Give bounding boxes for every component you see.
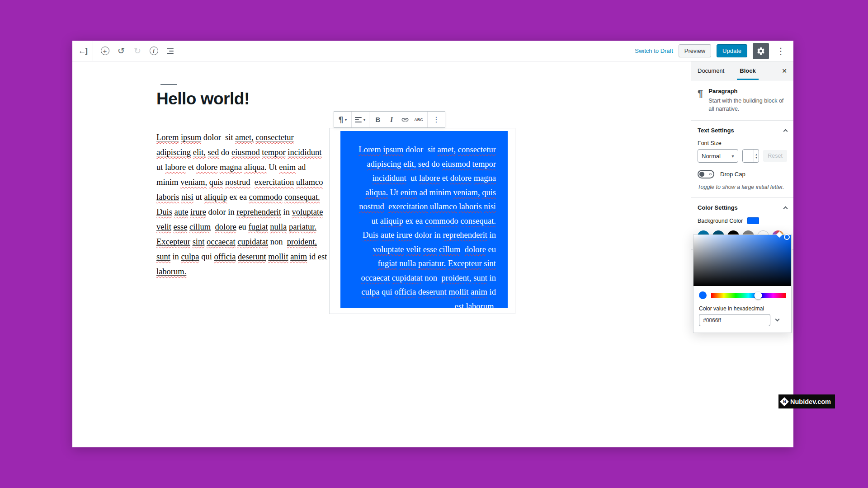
change-block-type-button[interactable]: ¶ ▾	[336, 113, 349, 127]
color-settings-header[interactable]: Color Settings	[698, 204, 787, 211]
preview-button[interactable]: Preview	[679, 44, 711, 57]
block-card: ¶ Paragraph Start with the building bloc…	[691, 80, 793, 121]
block-navigation-button[interactable]	[163, 44, 177, 58]
background-color-row: Background Color	[698, 217, 787, 224]
block-type-group: ¶ ▾	[334, 112, 351, 127]
editor-window: ←] + ↺ ↻ i Switch to Dr	[72, 41, 793, 447]
update-button[interactable]: Update	[717, 44, 747, 57]
redo-button[interactable]: ↻	[130, 44, 145, 58]
block-more-options-button[interactable]: ⋮	[429, 113, 443, 127]
block-card-title: Paragraph	[708, 88, 787, 94]
format-group: B I ABC	[369, 112, 427, 127]
chevron-down-icon: ▾	[732, 154, 734, 159]
chevron-up-icon	[783, 206, 788, 211]
gear-icon	[756, 47, 765, 56]
selected-block-outline: Lorem ipsum dolor sit amet, consectetur …	[329, 128, 515, 314]
toggle-knob	[699, 172, 704, 177]
strikethrough-button[interactable]: ABC	[412, 113, 425, 127]
saturation-area[interactable]	[693, 235, 791, 286]
font-size-number-input[interactable]	[743, 150, 754, 162]
font-size-value: Normal	[702, 153, 721, 160]
hex-color-input[interactable]	[699, 314, 770, 326]
hex-row	[699, 314, 786, 326]
text-align-button[interactable]: ▾	[354, 113, 367, 127]
settings-sidebar: Document Block ✕ ¶ Paragraph Start with …	[691, 61, 793, 447]
paragraph-icon: ¶	[339, 115, 344, 124]
info-icon: i	[150, 47, 158, 55]
chevron-down-icon	[775, 317, 780, 322]
spin-down-icon[interactable]: ▾	[755, 156, 757, 160]
hex-label: Color value in hexadecimal	[699, 305, 786, 312]
drop-cap-row: Drop Cap	[698, 170, 787, 178]
editor-header: ←] + ↺ ↻ i Switch to Dr	[72, 41, 793, 61]
close-sidebar-button[interactable]: ✕	[782, 61, 787, 80]
current-color-swatch	[699, 291, 707, 299]
bold-button[interactable]: B	[371, 113, 385, 127]
editor-workspace: Hello world! Lorem ipsum dolor sit amet,…	[72, 61, 793, 447]
color-picker-popover: Color value in hexadecimal	[693, 235, 792, 333]
panel-title: Color Settings	[698, 204, 738, 211]
background-color-label: Background Color	[698, 218, 743, 224]
add-block-button[interactable]: +	[98, 44, 112, 58]
title-divider	[160, 84, 177, 85]
align-icon	[355, 117, 362, 122]
desktop-background: ←] + ↺ ↻ i Switch to Dr	[0, 0, 868, 488]
sidebar-tabs: Document Block ✕	[691, 61, 793, 80]
exit-editor-button[interactable]: ←]	[72, 41, 93, 61]
kebab-icon: ⋮	[776, 46, 785, 56]
alignment-group: ▾	[351, 112, 369, 127]
kebab-icon: ⋮	[433, 115, 440, 124]
stepper-arrows[interactable]: ▴ ▾	[754, 150, 759, 162]
paragraph-block-colored[interactable]: Lorem ipsum dolor sit amet, consectetur …	[340, 131, 508, 308]
hue-slider[interactable]	[711, 293, 786, 298]
drop-cap-help: Toggle to show a large initial letter.	[698, 184, 787, 190]
editor-canvas: Hello world! Lorem ipsum dolor sit amet,…	[72, 61, 691, 447]
more-group: ⋮	[427, 112, 445, 127]
tab-document[interactable]: Document	[698, 61, 724, 80]
hue-row	[693, 286, 791, 303]
text-settings-panel: Text Settings Font Size Normal ▾ ▴	[691, 121, 793, 198]
block-toolbar: ¶ ▾ ▾ B I	[334, 111, 445, 128]
font-size-select[interactable]: Normal ▾	[698, 149, 738, 163]
hex-format-toggle-button[interactable]	[775, 316, 780, 324]
italic-button[interactable]: I	[385, 113, 398, 127]
switch-to-draft-link[interactable]: Switch to Draft	[635, 47, 673, 54]
post-title[interactable]: Hello world!	[156, 89, 250, 108]
exit-icon: ←]	[78, 47, 87, 56]
paragraph-block-plain[interactable]: Lorem ipsum dolor sit amet, consectetur …	[156, 130, 328, 279]
text-settings-header[interactable]: Text Settings	[698, 127, 787, 134]
font-size-stepper[interactable]: ▴ ▾	[742, 149, 760, 163]
link-icon	[401, 116, 409, 124]
hue-slider-handle[interactable]	[754, 291, 762, 299]
more-options-button[interactable]: ⋮	[774, 46, 787, 56]
undo-icon: ↺	[118, 46, 125, 56]
block-navigation-icon	[167, 48, 174, 54]
paragraph-icon: ¶	[698, 89, 703, 113]
undo-button[interactable]: ↺	[114, 44, 128, 58]
font-size-label: Font Size	[698, 140, 787, 146]
font-size-controls: Normal ▾ ▴ ▾ Reset	[698, 149, 787, 163]
close-icon: ✕	[782, 67, 787, 75]
chevron-up-icon	[783, 129, 788, 134]
nubidev-logo-icon: N	[780, 397, 789, 406]
redo-icon: ↻	[134, 46, 141, 56]
drop-cap-toggle[interactable]	[698, 170, 714, 178]
tab-block[interactable]: Block	[740, 61, 755, 80]
reset-button[interactable]: Reset	[763, 150, 787, 162]
watermark: N Nubidev.com	[778, 394, 835, 408]
chevron-down-icon: ▾	[363, 117, 365, 122]
content-structure-button[interactable]: i	[146, 44, 161, 58]
chevron-down-icon: ▾	[344, 117, 347, 122]
header-actions: Switch to Draft Preview Update ⋮	[635, 41, 793, 61]
panel-title: Text Settings	[698, 127, 734, 134]
plus-icon: +	[101, 47, 109, 55]
watermark-text: Nubidev.com	[790, 398, 831, 405]
spin-up-icon[interactable]: ▴	[755, 153, 757, 156]
link-button[interactable]	[398, 113, 412, 127]
saturation-handle[interactable]	[784, 234, 790, 240]
toggle-off-dot	[709, 173, 712, 175]
drop-cap-label: Drop Cap	[720, 171, 745, 178]
settings-gear-button[interactable]	[753, 43, 769, 59]
block-card-description: Start with the building block of all nar…	[708, 97, 787, 113]
header-tools: + ↺ ↻ i	[93, 41, 177, 61]
